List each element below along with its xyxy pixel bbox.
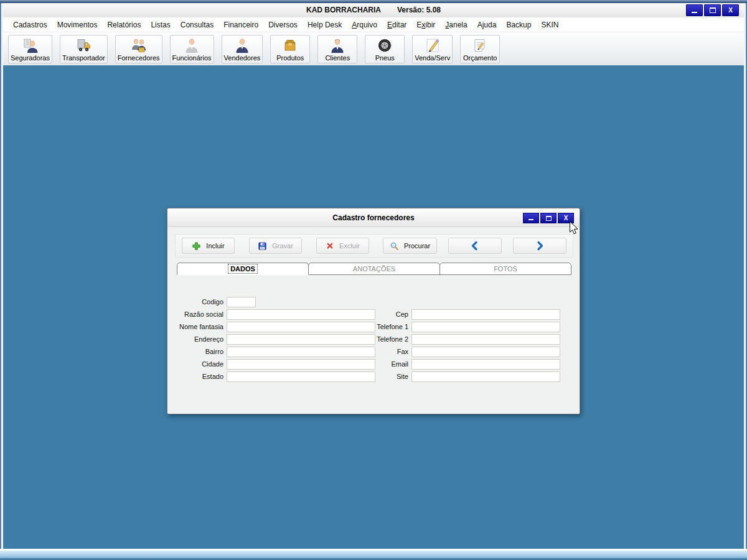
menu-diversos[interactable]: Diversos	[263, 19, 303, 31]
app-title-text: KAD BORRACHARIA	[306, 6, 381, 14]
razao-social-input[interactable]	[227, 309, 375, 320]
menu-help-desk[interactable]: Help Desk	[303, 19, 347, 31]
menu-listas[interactable]: Listas	[146, 19, 175, 31]
nome-fantasia-label: Nome fantasia	[177, 323, 227, 330]
arrow-right-icon	[535, 241, 545, 251]
nome-fantasia-input[interactable]	[227, 322, 375, 332]
toolbar-button-funcionarios[interactable]: Funcionários	[170, 35, 214, 63]
incluir-button[interactable]: Incluir	[182, 238, 235, 254]
field-row: Codigo	[177, 296, 256, 308]
dialog-tabs: DADOS ANOTAÇÕES FOTOS	[177, 263, 571, 275]
toolbar-button-seguradoras[interactable]: Seguradoras	[8, 35, 52, 63]
toolbar-button-label: Venda/Serv	[415, 54, 450, 62]
codigo-input[interactable]	[227, 297, 256, 307]
menu-editar[interactable]: Editar	[382, 19, 411, 31]
field-row: Estado	[177, 370, 375, 383]
toolbar-button-label: Vendedores	[224, 54, 261, 62]
main-titlebar[interactable]: KAD BORRACHARIAVersão: 5.08 X	[3, 3, 744, 18]
toolbar-button-produtos[interactable]: Produtos	[270, 35, 310, 63]
endereco-input[interactable]	[227, 334, 375, 345]
main-window-controls: X	[686, 4, 739, 16]
menu-exibir[interactable]: Exibir	[411, 19, 440, 31]
bairro-input[interactable]	[227, 347, 375, 357]
toolbar-button-label: Produtos	[276, 54, 304, 62]
tab-fotos[interactable]: FOTOS	[439, 263, 571, 275]
dialog-minimize-button[interactable]	[523, 213, 539, 223]
field-row: Cidade	[177, 358, 375, 370]
toolbar-button-venda-serv[interactable]: Venda/Serv	[412, 35, 453, 63]
procurar-label: Procurar	[404, 242, 430, 250]
field-row: Bairro	[177, 345, 375, 358]
maximize-button[interactable]	[704, 4, 721, 16]
dialog-titlebar[interactable]: Cadastro fornecedores X	[167, 208, 580, 227]
window-frame-left	[0, 3, 3, 549]
toolbar-button-vendedores[interactable]: Vendedores	[222, 35, 263, 63]
email-input[interactable]	[411, 359, 560, 370]
cidade-input[interactable]	[227, 359, 375, 370]
close-button[interactable]: X	[722, 4, 739, 16]
telefone2-label: Telefone 2	[372, 335, 411, 343]
telefone1-input[interactable]	[411, 322, 560, 332]
close-icon: X	[564, 215, 568, 222]
menu-consultas[interactable]: Consultas	[176, 19, 218, 31]
menu-backup[interactable]: Backup	[501, 19, 536, 31]
seller-person-icon	[234, 37, 250, 54]
field-row: Razão social	[177, 308, 375, 320]
toolbar-button-label: Clientes	[325, 54, 350, 62]
cep-input[interactable]	[411, 309, 560, 320]
site-input[interactable]	[411, 371, 560, 382]
menu-skin[interactable]: SKIN	[536, 19, 563, 31]
toolbar-button-transportador[interactable]: Transportador	[60, 35, 108, 63]
menu-ajuda[interactable]: Ajuda	[472, 19, 502, 31]
cadastro-fornecedores-dialog: Cadastro fornecedores X Incluir Gravar E…	[167, 208, 580, 414]
save-disk-icon	[258, 241, 267, 251]
email-label: Email	[372, 360, 411, 368]
toolbar-button-fornecedores[interactable]: Fornecedores	[115, 35, 162, 63]
toolbar-button-orcamento[interactable]: Orçamento	[460, 35, 500, 63]
tab-dados[interactable]: DADOS	[177, 263, 309, 275]
toolbar-button-label: Transportador	[62, 54, 105, 62]
minimize-icon	[529, 219, 533, 220]
maximize-icon	[546, 216, 552, 221]
toolbar-button-clientes[interactable]: Clientes	[317, 35, 357, 63]
fax-label: Fax	[372, 348, 411, 355]
menu-cadastros[interactable]: Cadastros	[8, 19, 52, 31]
fax-input[interactable]	[411, 347, 560, 357]
menu-arquivo[interactable]: Arquivo	[347, 19, 382, 31]
main-toolbar: Seguradoras Transportador Fornecedores F…	[3, 32, 744, 65]
dialog-maximize-button[interactable]	[540, 213, 557, 223]
previous-record-button[interactable]	[448, 238, 502, 254]
menu-janela[interactable]: Janela	[440, 19, 472, 31]
minimize-icon	[692, 12, 697, 13]
tab-anotacoes[interactable]: ANOTAÇÕES	[308, 263, 440, 275]
window-frame-right	[744, 3, 747, 549]
field-row: Email	[372, 358, 560, 370]
minimize-button[interactable]	[686, 4, 703, 16]
suppliers-people-icon	[131, 37, 147, 54]
bairro-label: Bairro	[177, 348, 227, 355]
main-window-title: KAD BORRACHARIAVersão: 5.08	[3, 6, 744, 14]
client-person-icon	[329, 37, 345, 54]
app-version-text: Versão: 5.08	[397, 6, 441, 14]
telefone2-input[interactable]	[411, 334, 560, 345]
next-record-button[interactable]	[513, 238, 566, 254]
dialog-title: Cadastro fornecedores	[167, 213, 580, 222]
excluir-button[interactable]: Excluir	[316, 238, 369, 254]
estado-input[interactable]	[227, 371, 375, 382]
menu-relatorios[interactable]: Relatórios	[102, 19, 146, 31]
dialog-window-controls: X	[523, 213, 574, 223]
product-box-icon	[282, 37, 298, 54]
procurar-button[interactable]: Procurar	[383, 238, 437, 254]
maximize-icon	[710, 7, 716, 13]
dialog-toolbar: Incluir Gravar Excluir Procurar	[175, 234, 573, 258]
gravar-button[interactable]: Gravar	[249, 238, 302, 254]
delete-x-icon	[326, 241, 334, 250]
search-icon	[390, 241, 399, 251]
menu-bar: Cadastros Movimentos Relatórios Listas C…	[3, 17, 744, 32]
toolbar-button-pneus[interactable]: Pneus	[365, 35, 405, 63]
menu-financeiro[interactable]: Financeiro	[218, 19, 263, 31]
toolbar-button-label: Funcionários	[172, 54, 212, 62]
menu-movimentos[interactable]: Movimentos	[52, 19, 103, 31]
plus-icon	[192, 241, 201, 251]
site-label: Site	[372, 373, 411, 380]
